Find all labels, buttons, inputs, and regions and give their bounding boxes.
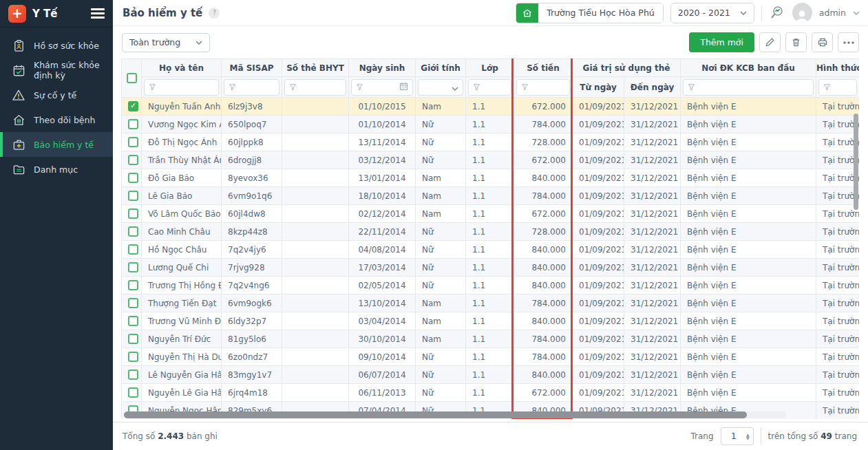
row-checkbox[interactable] [128, 298, 138, 308]
filter-place[interactable] [683, 79, 814, 96]
table-row[interactable]: Nguyễn Lê Gia Hân6jrq4m1806/11/2013Nữ1.1… [122, 384, 860, 402]
table-row[interactable]: Thượng Tiến Đạt6vm9ogk613/10/2014Nam1.17… [122, 294, 860, 312]
row-checkbox[interactable] [128, 334, 138, 344]
more-button[interactable] [838, 32, 859, 52]
row-checkbox[interactable] [128, 352, 138, 362]
table-row[interactable]: Lê Nguyễn Gia Hân83mgy1v706/07/2014Nữ1.1… [122, 366, 860, 384]
cell-to: 31/12/2021 [624, 169, 681, 187]
table-row[interactable]: Võ Lâm Quốc Bảo60jl4dw802/12/2014Nam1.16… [122, 205, 860, 223]
row-checkbox[interactable] [128, 387, 138, 398]
table-row[interactable]: Lê Gia Bảo6vm9o1q618/10/2014Nam1.1784.00… [122, 187, 860, 205]
edit-button[interactable] [759, 32, 781, 52]
row-checkbox[interactable] [128, 226, 138, 237]
table-row[interactable]: Trương Thị Hồng Đ...7q2v4ng602/05/2014Nữ… [122, 277, 860, 294]
col-header-class[interactable]: Lớp [466, 59, 514, 77]
subcol-header-from[interactable]: Từ ngày [573, 77, 624, 98]
filter-bhyt[interactable] [284, 79, 346, 96]
col-header-bhyt[interactable]: Số thẻ BHYT [282, 59, 349, 77]
filter-name[interactable] [144, 79, 219, 96]
scope-select[interactable]: Toàn trường [122, 33, 210, 52]
filter-dob[interactable] [351, 79, 413, 96]
row-checkbox[interactable] [128, 316, 138, 326]
cell-place: Bệnh viện E [681, 384, 816, 402]
col-header-sisap[interactable]: Mã SISAP [222, 59, 282, 77]
filter-amount[interactable] [516, 79, 570, 96]
table-row[interactable]: Vương Ngọc Kim Anh650lpoq701/10/2014Nữ1.… [122, 116, 860, 133]
sidebar-item-folder[interactable]: Danh mục [0, 157, 113, 182]
table-row[interactable]: Đỗ Thị Ngọc Ánh60jlppk813/11/2014Nữ1.172… [122, 133, 860, 151]
col-header-dob[interactable]: Ngày sinh [349, 59, 416, 77]
scope-value: Toàn trường [129, 37, 180, 47]
cell-name: Lương Quế Chi [142, 259, 222, 277]
cell-bhyt [282, 259, 349, 277]
col-header-amount[interactable]: Số tiền [514, 59, 573, 77]
col-header-name[interactable]: Họ và tên [142, 59, 222, 77]
row-checkbox[interactable] [128, 280, 138, 290]
cell-gender: Nữ [416, 133, 466, 151]
cell-to: 31/12/2021 [624, 259, 681, 277]
table-row[interactable]: Nguyễn Tuấn Anh6lz9j3v801/10/2015Nam1.16… [122, 98, 860, 116]
filter-form[interactable] [818, 79, 857, 96]
subcol-header-to[interactable]: Đến ngày [624, 77, 681, 98]
sidebar-item-warning[interactable]: Sự cố y tế [0, 83, 113, 107]
sidebar-item-calendar[interactable]: Khám sức khỏe định kỳ [0, 58, 113, 83]
page-input[interactable]: 1 ▲▼ [721, 427, 754, 445]
filter-class[interactable] [468, 79, 511, 96]
table-row[interactable]: Hồ Ngọc Châu7q2v4jy604/08/2014Nữ1.1840.0… [122, 241, 860, 259]
filter-sisap[interactable] [224, 79, 279, 96]
cell-gender: Nữ [416, 116, 466, 133]
vertical-scrollbar-thumb[interactable] [854, 114, 858, 210]
horizontal-scrollbar-track[interactable] [124, 411, 786, 418]
school-selector[interactable]: Trường Tiểu Học Hòa Phú [516, 3, 664, 23]
table-row[interactable]: Trương Vũ Minh Đạt6ldy32p703/04/2014Nam1… [122, 312, 860, 330]
cell-form: Tại trường [816, 241, 859, 259]
col-header-place[interactable]: Nơi ĐK KCB ban đầu [681, 59, 816, 77]
sidebar: + Y Tế Hồ sơ sức khỏeKhám sức khỏe định … [0, 0, 113, 450]
cell-gender: Nữ [416, 277, 466, 294]
delete-button[interactable] [785, 32, 807, 52]
table-row[interactable]: Nguyễn Thị Hà Duy...6zo0ndz709/10/2014Nữ… [122, 348, 860, 366]
table-row[interactable]: Lương Quế Chi7rjvg92817/03/2014Nữ1.1840.… [122, 259, 860, 277]
print-button[interactable] [812, 32, 833, 52]
row-checkbox[interactable] [128, 173, 138, 183]
cell-sisap: 6lz9j3v8 [222, 98, 282, 116]
user-menu[interactable]: admin [819, 8, 846, 18]
row-checkbox[interactable] [128, 369, 138, 380]
cell-gender: Nam [416, 294, 466, 312]
row-checkbox[interactable] [128, 244, 138, 255]
select-all-checkbox[interactable] [127, 73, 137, 83]
cell-amount: 784.000 [514, 330, 573, 348]
row-checkbox[interactable] [128, 262, 138, 272]
sidebar-item-firstaid[interactable]: Bảo hiểm y tế [0, 132, 113, 157]
table-row[interactable]: Đỗ Gia Bảo8yevox3613/01/2014Nam1.1840.00… [122, 169, 860, 187]
row-checkbox[interactable] [128, 155, 138, 165]
col-header-validity[interactable]: Giá trị sử dụng thẻ [573, 59, 681, 77]
row-checkbox[interactable] [128, 137, 138, 147]
table-row[interactable]: Cao Minh Châu8kzp44z822/11/2014Nữ1.1728.… [122, 223, 860, 241]
spinner-arrows-icon[interactable]: ▲▼ [746, 433, 753, 440]
row-checkbox[interactable] [128, 191, 138, 201]
cell-class: 1.1 [466, 116, 514, 133]
cell-gender: Nam [416, 312, 466, 330]
cell-to: 31/12/2021 [624, 187, 681, 205]
horizontal-scrollbar-thumb[interactable] [124, 411, 747, 418]
row-checkbox[interactable] [128, 101, 138, 111]
row-checkbox[interactable] [128, 208, 138, 219]
search-icon[interactable] [769, 5, 785, 21]
table-row[interactable]: Trần Thùy Nhật Ánh6drogjj803/12/2014Nữ1.… [122, 151, 860, 169]
cell-name: Võ Lâm Quốc Bảo [142, 205, 222, 223]
table-row[interactable]: Nguyễn Trí Đức81gy5lo630/10/2014Nam1.178… [122, 330, 860, 348]
help-icon[interactable]: ? [209, 8, 220, 19]
add-new-button[interactable]: Thêm mới [689, 32, 754, 52]
cell-bhyt [282, 277, 349, 294]
sidebar-item-hospital[interactable]: Theo dõi bệnh [0, 107, 113, 132]
year-selector[interactable]: 2020 - 2021 [670, 3, 754, 23]
row-checkbox[interactable] [128, 119, 138, 129]
col-header-form[interactable]: Hình thức [816, 59, 859, 77]
sidebar-item-clipboard[interactable]: Hồ sơ sức khỏe [0, 33, 113, 58]
col-header-gender[interactable]: Giới tính [416, 59, 466, 77]
filter-gender[interactable] [418, 79, 463, 96]
menu-toggle-icon[interactable] [91, 6, 105, 21]
cell-from: 01/09/2021 [573, 366, 624, 384]
avatar[interactable] [792, 3, 812, 23]
